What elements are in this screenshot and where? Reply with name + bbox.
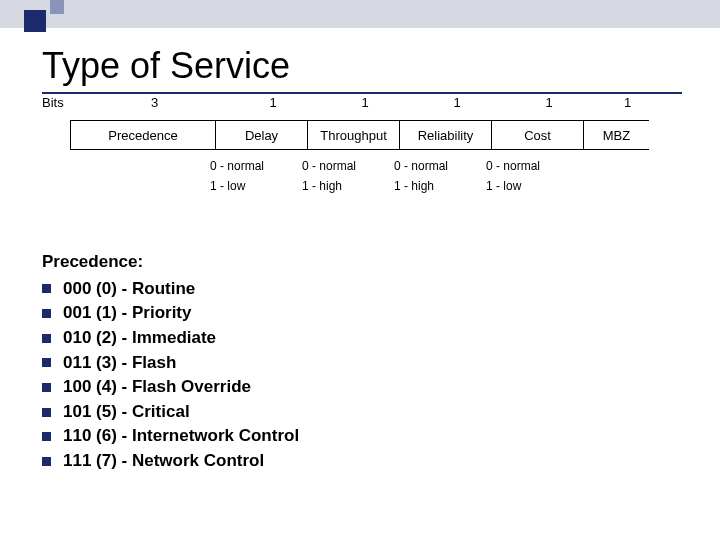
value-0: 0 - normal (302, 159, 394, 173)
field-values: 0 - normal 1 - low (486, 155, 578, 193)
value-1: 1 - low (486, 179, 578, 193)
precedence-text: 011 (3) - Flash (63, 351, 176, 376)
bullet-icon (42, 284, 51, 293)
precedence-text: 001 (1) - Priority (63, 301, 192, 326)
precedence-text: 010 (2) - Immediate (63, 326, 216, 351)
bullet-icon (42, 358, 51, 367)
bits-label: Bits (42, 95, 82, 110)
precedence-text: 111 (7) - Network Control (63, 449, 264, 474)
bullet-icon (42, 309, 51, 318)
list-item: 110 (6) - Internetwork Control (42, 424, 299, 449)
bits-count: 1 (319, 95, 411, 110)
field-name: Reliability (400, 121, 492, 149)
field-values: 0 - normal 1 - low (210, 155, 302, 193)
slide-title: Type of Service (42, 45, 290, 87)
deco-square-large (24, 10, 46, 32)
field-name-row: Precedence Delay Throughput Reliability … (70, 120, 649, 150)
list-item: 111 (7) - Network Control (42, 449, 299, 474)
value-0: 0 - normal (210, 159, 302, 173)
title-underline (42, 92, 682, 94)
slide-top-bar (0, 0, 720, 28)
bits-header-row: Bits 3 1 1 1 1 1 (42, 95, 672, 110)
bullet-icon (42, 457, 51, 466)
field-name: Cost (492, 121, 584, 149)
value-1: 1 - low (210, 179, 302, 193)
bullet-icon (42, 383, 51, 392)
bits-count: 3 (82, 95, 227, 110)
value-0: 0 - normal (486, 159, 578, 173)
bullet-icon (42, 334, 51, 343)
field-name: Precedence (71, 121, 216, 149)
precedence-text: 110 (6) - Internetwork Control (63, 424, 299, 449)
precedence-text: 100 (4) - Flash Override (63, 375, 251, 400)
bullet-icon (42, 432, 51, 441)
list-item: 001 (1) - Priority (42, 301, 299, 326)
field-values: 0 - normal 1 - high (302, 155, 394, 193)
precedence-header: Precedence: (42, 250, 299, 275)
field-name: Delay (216, 121, 308, 149)
bullet-icon (42, 408, 51, 417)
precedence-block: Precedence: 000 (0) - Routine 001 (1) - … (42, 250, 299, 474)
value-1: 1 - high (302, 179, 394, 193)
bits-count: 1 (595, 95, 660, 110)
field-name: Throughput (308, 121, 400, 149)
field-name: MBZ (584, 121, 649, 149)
deco-square-small (50, 0, 64, 14)
precedence-text: 101 (5) - Critical (63, 400, 190, 425)
field-values: 0 - normal 1 - high (394, 155, 486, 193)
list-item: 101 (5) - Critical (42, 400, 299, 425)
list-item: 000 (0) - Routine (42, 277, 299, 302)
list-item: 100 (4) - Flash Override (42, 375, 299, 400)
field-values-row: 0 - normal 1 - low 0 - normal 1 - high 0… (210, 155, 578, 193)
list-item: 011 (3) - Flash (42, 351, 299, 376)
list-item: 010 (2) - Immediate (42, 326, 299, 351)
precedence-text: 000 (0) - Routine (63, 277, 195, 302)
bits-count: 1 (411, 95, 503, 110)
bits-count: 1 (227, 95, 319, 110)
value-1: 1 - high (394, 179, 486, 193)
value-0: 0 - normal (394, 159, 486, 173)
bits-count: 1 (503, 95, 595, 110)
